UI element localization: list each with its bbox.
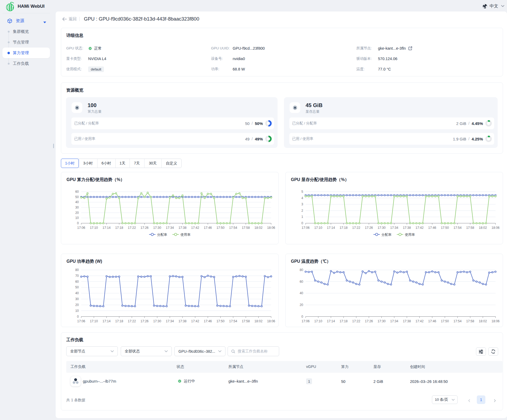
svg-text:0: 0 [77, 221, 79, 225]
svg-text:18:02: 18:02 [479, 226, 487, 230]
svg-text:17:42: 17:42 [416, 319, 424, 323]
svg-text:17:38: 17:38 [403, 226, 411, 230]
svg-text:17:46: 17:46 [428, 226, 436, 230]
svg-text:0: 0 [301, 315, 303, 319]
svg-text:17:34: 17:34 [390, 319, 398, 323]
svg-text:17:42: 17:42 [416, 226, 424, 230]
svg-text:17:14: 17:14 [103, 226, 111, 230]
svg-text:17:34: 17:34 [390, 226, 398, 230]
svg-text:17:06: 17:06 [77, 319, 85, 323]
svg-text:80: 80 [300, 268, 303, 272]
svg-text:1: 1 [301, 215, 303, 219]
svg-text:40: 40 [300, 291, 303, 295]
svg-text:4: 4 [301, 196, 303, 200]
svg-text:0: 0 [301, 221, 303, 225]
svg-text:30: 30 [75, 206, 79, 209]
svg-text:18:06: 18:06 [267, 319, 275, 323]
svg-text:17:10: 17:10 [314, 226, 322, 230]
svg-text:17:14: 17:14 [327, 319, 335, 323]
svg-text:17:58: 17:58 [242, 319, 250, 323]
svg-text:17:58: 17:58 [466, 319, 474, 323]
svg-text:17:22: 17:22 [352, 319, 360, 323]
svg-text:40: 40 [75, 200, 79, 204]
svg-text:50: 50 [75, 195, 79, 199]
svg-text:17:30: 17:30 [377, 226, 385, 230]
svg-text:30: 30 [75, 297, 79, 301]
svg-text:17:38: 17:38 [178, 226, 186, 230]
svg-text:17:14: 17:14 [327, 226, 335, 230]
svg-text:17:50: 17:50 [216, 319, 224, 323]
svg-text:2: 2 [301, 209, 303, 213]
svg-text:70: 70 [75, 274, 79, 278]
svg-text:18:06: 18:06 [492, 226, 500, 230]
svg-text:17:54: 17:54 [454, 319, 462, 323]
svg-text:17:46: 17:46 [428, 319, 436, 323]
svg-text:50: 50 [75, 285, 79, 289]
svg-text:使用率: 使用率 [405, 233, 415, 237]
svg-text:17:58: 17:58 [242, 226, 250, 230]
svg-text:17:54: 17:54 [229, 226, 237, 230]
svg-text:17:22: 17:22 [352, 226, 360, 230]
svg-text:18:06: 18:06 [267, 226, 275, 230]
svg-text:17:42: 17:42 [191, 319, 199, 323]
svg-text:17:06: 17:06 [77, 226, 85, 230]
svg-text:17:34: 17:34 [166, 226, 174, 230]
svg-text:分配率: 分配率 [381, 233, 392, 237]
svg-text:80: 80 [75, 268, 79, 272]
svg-text:17:06: 17:06 [302, 319, 310, 323]
svg-text:20: 20 [75, 303, 79, 307]
svg-text:17:06: 17:06 [302, 226, 310, 230]
svg-text:使用率: 使用率 [181, 233, 191, 237]
svg-text:17:30: 17:30 [153, 226, 161, 230]
svg-text:18:02: 18:02 [255, 319, 263, 323]
svg-text:17:18: 17:18 [115, 226, 123, 230]
svg-text:17:46: 17:46 [204, 319, 212, 323]
svg-text:17:10: 17:10 [314, 319, 322, 323]
svg-text:17:54: 17:54 [229, 319, 237, 323]
svg-text:60: 60 [75, 280, 79, 284]
svg-text:18:02: 18:02 [255, 226, 263, 230]
svg-text:17:22: 17:22 [128, 226, 136, 230]
svg-text:17:18: 17:18 [340, 319, 348, 323]
svg-text:3: 3 [301, 202, 303, 206]
svg-text:40: 40 [75, 291, 79, 295]
svg-text:17:50: 17:50 [441, 226, 449, 230]
svg-text:17:30: 17:30 [377, 319, 385, 323]
svg-text:17:10: 17:10 [90, 226, 98, 230]
svg-text:17:14: 17:14 [103, 319, 111, 323]
svg-text:17:58: 17:58 [466, 226, 474, 230]
svg-text:10: 10 [75, 309, 79, 313]
svg-text:20: 20 [75, 211, 79, 215]
svg-text:0: 0 [77, 315, 79, 319]
svg-text:17:22: 17:22 [128, 319, 136, 323]
svg-text:17:38: 17:38 [403, 319, 411, 323]
svg-text:17:26: 17:26 [141, 319, 149, 323]
svg-text:20: 20 [300, 303, 303, 307]
svg-text:5: 5 [301, 190, 303, 194]
svg-text:17:26: 17:26 [141, 226, 149, 230]
svg-text:60: 60 [300, 280, 303, 284]
svg-text:17:38: 17:38 [178, 319, 186, 323]
svg-text:17:50: 17:50 [441, 319, 449, 323]
svg-text:18:06: 18:06 [492, 319, 500, 323]
svg-text:60: 60 [75, 190, 79, 194]
svg-text:17:18: 17:18 [340, 226, 348, 230]
svg-text:17:34: 17:34 [166, 319, 174, 323]
svg-text:10: 10 [75, 216, 79, 220]
svg-text:17:10: 17:10 [90, 319, 98, 323]
svg-text:17:50: 17:50 [216, 226, 224, 230]
svg-text:18:02: 18:02 [479, 319, 487, 323]
svg-text:17:46: 17:46 [204, 226, 212, 230]
svg-text:17:54: 17:54 [454, 226, 462, 230]
svg-text:17:26: 17:26 [365, 319, 373, 323]
svg-text:17:30: 17:30 [153, 319, 161, 323]
svg-text:17:18: 17:18 [115, 319, 123, 323]
svg-text:17:26: 17:26 [365, 226, 373, 230]
svg-text:17:42: 17:42 [191, 226, 199, 230]
svg-text:分配率: 分配率 [157, 233, 167, 237]
